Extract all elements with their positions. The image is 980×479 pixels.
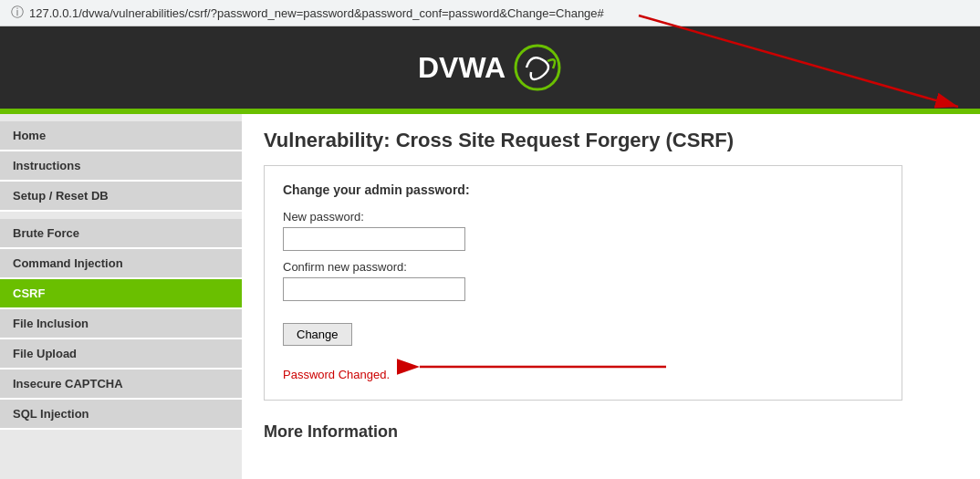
confirm-password-label: Confirm new password: bbox=[283, 260, 883, 274]
password-changed-message: Password Changed. bbox=[283, 368, 390, 381]
sidebar-item-insecure-captcha[interactable]: Insecure CAPTCHA bbox=[0, 370, 242, 400]
dvwa-logo-text: DVWA bbox=[418, 51, 506, 85]
confirm-password-input[interactable] bbox=[283, 277, 465, 301]
sidebar-item-brute-force[interactable]: Brute Force bbox=[0, 219, 242, 249]
form-card: Change your admin password: New password… bbox=[264, 165, 902, 401]
confirm-password-group: Confirm new password: bbox=[283, 260, 883, 301]
sidebar-item-sql-injection[interactable]: SQL Injection bbox=[0, 400, 242, 430]
password-changed-container: Password Changed. bbox=[283, 355, 883, 381]
info-icon: ⓘ bbox=[11, 5, 24, 21]
sidebar-item-command-injection[interactable]: Command Injection bbox=[0, 249, 242, 279]
more-information-heading: More Information bbox=[264, 422, 958, 442]
sidebar-item-file-inclusion[interactable]: File Inclusion bbox=[0, 309, 242, 339]
sidebar-item-csrf[interactable]: CSRF bbox=[0, 279, 242, 309]
sidebar-item-file-upload[interactable]: File Upload bbox=[0, 339, 242, 370]
sidebar-divider bbox=[0, 212, 242, 219]
sidebar-item-home[interactable]: Home bbox=[0, 121, 242, 151]
new-password-group: New password: bbox=[283, 210, 883, 251]
red-arrow-password bbox=[392, 344, 684, 390]
url-text: 127.0.0.1/dvwa/vulnerabilities/csrf/?pas… bbox=[29, 6, 604, 20]
main-content: Vulnerability: Cross Site Request Forger… bbox=[242, 114, 980, 479]
main-layout: Home Instructions Setup / Reset DB Brute… bbox=[0, 114, 980, 479]
change-button[interactable]: Change bbox=[283, 323, 352, 346]
form-card-title: Change your admin password: bbox=[283, 182, 883, 197]
address-bar: ⓘ 127.0.0.1/dvwa/vulnerabilities/csrf/?p… bbox=[0, 0, 980, 26]
dvwa-logo-icon bbox=[513, 43, 562, 92]
new-password-label: New password: bbox=[283, 210, 883, 224]
sidebar-item-setup-reset-db[interactable]: Setup / Reset DB bbox=[0, 182, 242, 212]
sidebar-item-instructions[interactable]: Instructions bbox=[0, 151, 242, 182]
page-title: Vulnerability: Cross Site Request Forger… bbox=[264, 129, 958, 152]
dvwa-header: DVWA bbox=[0, 26, 980, 109]
new-password-input[interactable] bbox=[283, 227, 465, 251]
sidebar: Home Instructions Setup / Reset DB Brute… bbox=[0, 114, 242, 479]
dvwa-logo: DVWA bbox=[418, 43, 562, 92]
